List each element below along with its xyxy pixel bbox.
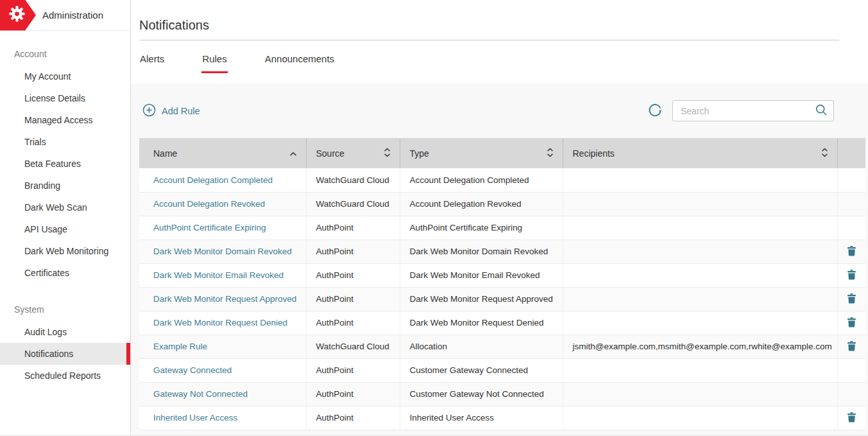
table-row: AuthPoint Certificate ExpiringAuthPointA… (139, 216, 865, 240)
sidebar-item-api-usage[interactable]: API Usage (0, 218, 130, 240)
cell-rule-name: Example Rule (139, 335, 306, 358)
trash-icon (846, 296, 857, 306)
cell-recipients (563, 358, 837, 382)
sidebar-item-beta-features[interactable]: Beta Features (0, 153, 130, 175)
cell-source: AuthPoint (306, 263, 400, 287)
column-header-type[interactable]: Type (400, 138, 563, 168)
sidebar-item-notifications[interactable]: Notifications (0, 343, 130, 365)
cell-source: AuthPoint (306, 240, 400, 263)
column-header-recipients[interactable]: Recipients (563, 138, 837, 168)
cell-rule-name: Dark Web Monitor Email Revoked (139, 263, 306, 287)
rule-name-link[interactable]: Dark Web Monitor Request Approved (153, 294, 296, 304)
cell-source: AuthPoint (306, 311, 400, 335)
cell-actions (837, 406, 865, 430)
cell-rule-name: Account Delegation Revoked (139, 192, 306, 216)
logo-row: Administration (0, 0, 130, 31)
cell-actions (837, 287, 865, 311)
delete-rule-button[interactable] (844, 268, 860, 283)
rule-name-link[interactable]: Gateway Connected (153, 365, 232, 375)
cell-actions (837, 311, 865, 335)
rule-name-link[interactable]: Example Rule (153, 342, 207, 351)
column-header-name[interactable]: Name (139, 138, 306, 168)
table-row: Gateway ConnectedAuthPointCustomer Gatew… (139, 358, 865, 382)
sidebar-item-certificates[interactable]: Certificates (0, 262, 130, 284)
tab-announcements[interactable]: Announcements (264, 53, 335, 73)
chevron-up-down-icon (384, 148, 391, 159)
cell-rule-name: Dark Web Monitor Request Approved (139, 287, 306, 311)
cell-actions (837, 335, 865, 358)
rules-table-body: Account Delegation CompletedWatchGuard C… (139, 168, 865, 430)
delete-rule-button[interactable] (844, 339, 860, 354)
sidebar-item-audit-logs[interactable]: Audit Logs (0, 321, 130, 343)
cell-recipients (563, 406, 837, 430)
cell-recipients (563, 287, 837, 311)
sidebar-section: SystemAudit LogsNotificationsScheduled R… (0, 298, 130, 387)
rule-name-link[interactable]: Dark Web Monitor Request Denied (153, 318, 287, 327)
cell-type: Inherited User Access (400, 406, 563, 430)
sidebar-item-trials[interactable]: Trials (0, 131, 130, 153)
table-row: Dark Web Monitor Email RevokedAuthPointD… (139, 263, 865, 287)
sidebar-item-dark-web-monitoring[interactable]: Dark Web Monitoring (0, 240, 130, 262)
chevron-up-down-icon (821, 148, 828, 159)
main-content: Notifications Alerts Rules Announcements… (131, 0, 868, 435)
table-row: Dark Web Monitor Request ApprovedAuthPoi… (139, 287, 865, 311)
refresh-button[interactable] (648, 103, 663, 119)
sidebar-item-license-details[interactable]: License Details (0, 87, 130, 109)
delete-rule-button[interactable] (844, 244, 860, 259)
tab-rules[interactable]: Rules (201, 53, 227, 73)
tab-alerts[interactable]: Alerts (139, 53, 165, 73)
rule-name-link[interactable]: Dark Web Monitor Email Revoked (153, 270, 284, 280)
delete-rule-button[interactable] (844, 292, 860, 307)
search-input[interactable] (681, 106, 815, 116)
sidebar-item-dark-web-scan[interactable]: Dark Web Scan (0, 196, 130, 218)
cell-source: WatchGuard Cloud (306, 168, 400, 192)
sidebar-item-branding[interactable]: Branding (0, 175, 130, 196)
tab-bar: Alerts Rules Announcements (131, 40, 868, 73)
sidebar-item-managed-access[interactable]: Managed Access (0, 109, 130, 131)
cell-actions (837, 382, 865, 406)
app-title: Administration (42, 10, 103, 21)
sidebar-section: AccountMy AccountLicense DetailsManaged … (0, 42, 130, 284)
cell-rule-name: AuthPoint Certificate Expiring (139, 216, 306, 240)
search-box (672, 100, 834, 121)
cell-actions (837, 358, 865, 382)
trash-icon (846, 272, 857, 282)
search-icon[interactable] (815, 103, 828, 119)
table-row: Dark Web Monitor Domain RevokedAuthPoint… (139, 240, 865, 263)
sidebar-section-title: Account (0, 42, 130, 65)
cell-recipients (563, 382, 837, 406)
column-label: Type (410, 148, 429, 159)
rule-name-link[interactable]: Inherited User Access (153, 413, 237, 423)
cell-source: WatchGuard Cloud (306, 192, 400, 216)
trash-icon (846, 320, 857, 329)
cell-recipients (563, 192, 837, 216)
gear-icon (8, 5, 26, 25)
column-header-source[interactable]: Source (306, 138, 400, 168)
add-rule-button[interactable]: Add Rule (142, 103, 200, 119)
delete-rule-button[interactable] (844, 315, 860, 331)
rule-name-link[interactable]: Dark Web Monitor Domain Revoked (153, 247, 292, 256)
rule-name-link[interactable]: Account Delegation Revoked (153, 199, 265, 209)
column-label: Name (153, 148, 177, 159)
cell-type: Dark Web Monitor Domain Revoked (400, 240, 563, 263)
column-label: Recipients (573, 148, 615, 159)
trash-icon (846, 415, 857, 424)
column-label: Source (316, 148, 345, 159)
rule-name-link[interactable]: Gateway Not Connected (153, 389, 248, 399)
cell-rule-name: Dark Web Monitor Request Denied (139, 311, 306, 335)
cell-actions (837, 216, 865, 240)
sidebar-nav: AccountMy AccountLicense DetailsManaged … (0, 31, 130, 387)
delete-rule-button[interactable] (844, 410, 860, 426)
cell-actions (837, 263, 865, 287)
sidebar-item-scheduled-reports[interactable]: Scheduled Reports (0, 365, 130, 387)
rule-name-link[interactable]: AuthPoint Certificate Expiring (153, 223, 266, 232)
cell-type: Dark Web Monitor Request Approved (400, 287, 563, 311)
cell-recipients (563, 263, 837, 287)
cell-rule-name: Dark Web Monitor Domain Revoked (139, 240, 306, 263)
rule-name-link[interactable]: Account Delegation Completed (153, 175, 273, 185)
cell-rule-name: Gateway Not Connected (139, 382, 306, 406)
cell-source: AuthPoint (306, 358, 400, 382)
cell-recipients (563, 240, 837, 263)
sidebar-item-my-account[interactable]: My Account (0, 65, 130, 87)
rules-panel: Add Rule (131, 83, 868, 435)
